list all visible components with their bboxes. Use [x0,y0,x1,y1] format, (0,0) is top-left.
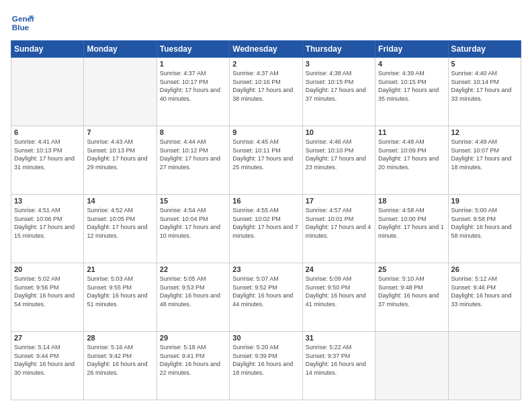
day-number: 16 [232,197,299,205]
calendar-cell: 26Sunrise: 5:12 AM Sunset: 9:46 PM Dayli… [448,263,521,332]
day-info: Sunrise: 4:49 AM Sunset: 10:07 PM Daylig… [451,138,518,171]
day-info: Sunrise: 5:16 AM Sunset: 9:42 PM Dayligh… [87,343,153,377]
calendar-cell: 5Sunrise: 4:40 AM Sunset: 10:14 PM Dayli… [448,58,521,126]
calendar-cell: 11Sunrise: 4:48 AM Sunset: 10:09 PM Dayl… [375,126,448,195]
week-row-4: 20Sunrise: 5:02 AM Sunset: 9:56 PM Dayli… [11,263,521,332]
svg-text:Blue: Blue [12,23,30,32]
day-number: 2 [232,60,299,68]
day-number: 19 [451,197,518,205]
day-info: Sunrise: 5:09 AM Sunset: 9:50 PM Dayligh… [306,275,372,308]
calendar-cell: 23Sunrise: 5:07 AM Sunset: 9:52 PM Dayli… [230,263,302,332]
day-info: Sunrise: 5:05 AM Sunset: 9:53 PM Dayligh… [160,275,226,308]
weekday-header-saturday: Saturday [448,41,521,58]
calendar-cell: 31Sunrise: 5:22 AM Sunset: 9:37 PM Dayli… [302,332,375,400]
calendar-cell: 30Sunrise: 5:20 AM Sunset: 9:39 PM Dayli… [230,332,302,400]
day-number: 22 [160,265,226,273]
day-number: 10 [306,128,372,136]
day-number: 11 [378,128,445,136]
day-info: Sunrise: 4:48 AM Sunset: 10:09 PM Daylig… [378,138,445,171]
day-number: 21 [87,265,153,273]
day-info: Sunrise: 4:54 AM Sunset: 10:04 PM Daylig… [160,206,226,240]
day-info: Sunrise: 4:45 AM Sunset: 10:11 PM Daylig… [232,138,299,171]
calendar-cell: 2Sunrise: 4:37 AM Sunset: 10:16 PM Dayli… [230,58,302,126]
weekday-header-monday: Monday [84,41,157,58]
day-info: Sunrise: 4:57 AM Sunset: 10:01 PM Daylig… [306,206,372,240]
day-number: 7 [87,128,153,136]
day-number: 14 [87,197,153,205]
day-info: Sunrise: 5:07 AM Sunset: 9:52 PM Dayligh… [232,275,299,308]
calendar-cell: 12Sunrise: 4:49 AM Sunset: 10:07 PM Dayl… [448,126,521,195]
week-row-5: 27Sunrise: 5:14 AM Sunset: 9:44 PM Dayli… [11,332,521,400]
day-number: 12 [451,128,518,136]
day-number: 6 [14,128,81,136]
day-number: 17 [306,197,372,205]
calendar-cell: 9Sunrise: 4:45 AM Sunset: 10:11 PM Dayli… [230,126,302,195]
calendar-cell: 25Sunrise: 5:10 AM Sunset: 9:48 PM Dayli… [375,263,448,332]
day-number: 25 [378,265,445,273]
day-info: Sunrise: 5:20 AM Sunset: 9:39 PM Dayligh… [232,343,299,377]
weekday-header-tuesday: Tuesday [157,41,229,58]
day-number: 23 [232,265,299,273]
calendar-cell: 13Sunrise: 4:51 AM Sunset: 10:06 PM Dayl… [11,195,84,263]
header: General Blue [11,11,521,35]
day-number: 9 [232,128,299,136]
day-info: Sunrise: 4:44 AM Sunset: 10:12 PM Daylig… [160,138,226,171]
day-info: Sunrise: 4:40 AM Sunset: 10:14 PM Daylig… [451,69,518,103]
calendar-cell: 27Sunrise: 5:14 AM Sunset: 9:44 PM Dayli… [11,332,84,400]
calendar-cell: 3Sunrise: 4:38 AM Sunset: 10:15 PM Dayli… [302,58,375,126]
weekday-header-wednesday: Wednesday [230,41,302,58]
week-row-1: 1Sunrise: 4:37 AM Sunset: 10:17 PM Dayli… [11,58,521,126]
weekday-header-sunday: Sunday [11,41,84,58]
calendar-cell: 29Sunrise: 5:18 AM Sunset: 9:41 PM Dayli… [157,332,229,400]
day-number: 30 [232,334,299,342]
day-number: 5 [451,60,518,68]
calendar-cell: 17Sunrise: 4:57 AM Sunset: 10:01 PM Dayl… [302,195,375,263]
calendar-cell [84,58,157,126]
calendar-cell: 21Sunrise: 5:03 AM Sunset: 9:55 PM Dayli… [84,263,157,332]
day-info: Sunrise: 4:37 AM Sunset: 10:16 PM Daylig… [232,69,299,103]
day-info: Sunrise: 4:55 AM Sunset: 10:02 PM Daylig… [232,206,299,240]
day-info: Sunrise: 4:51 AM Sunset: 10:06 PM Daylig… [14,206,81,240]
day-number: 29 [160,334,226,342]
calendar-cell: 1Sunrise: 4:37 AM Sunset: 10:17 PM Dayli… [157,58,229,126]
day-info: Sunrise: 4:52 AM Sunset: 10:05 PM Daylig… [87,206,153,240]
day-info: Sunrise: 5:14 AM Sunset: 9:44 PM Dayligh… [14,343,81,377]
calendar-cell: 8Sunrise: 4:44 AM Sunset: 10:12 PM Dayli… [157,126,229,195]
calendar-cell: 16Sunrise: 4:55 AM Sunset: 10:02 PM Dayl… [230,195,302,263]
calendar-cell: 19Sunrise: 5:00 AM Sunset: 9:58 PM Dayli… [448,195,521,263]
day-number: 27 [14,334,81,342]
day-info: Sunrise: 5:22 AM Sunset: 9:37 PM Dayligh… [306,343,372,377]
day-number: 15 [160,197,226,205]
week-row-2: 6Sunrise: 4:41 AM Sunset: 10:13 PM Dayli… [11,126,521,195]
day-info: Sunrise: 5:00 AM Sunset: 9:58 PM Dayligh… [451,206,518,240]
calendar-cell: 20Sunrise: 5:02 AM Sunset: 9:56 PM Dayli… [11,263,84,332]
weekday-header-row: SundayMondayTuesdayWednesdayThursdayFrid… [11,41,521,58]
day-info: Sunrise: 4:38 AM Sunset: 10:15 PM Daylig… [306,69,372,103]
calendar-cell: 14Sunrise: 4:52 AM Sunset: 10:05 PM Dayl… [84,195,157,263]
day-info: Sunrise: 5:12 AM Sunset: 9:46 PM Dayligh… [451,275,518,308]
day-number: 20 [14,265,81,273]
calendar-cell: 7Sunrise: 4:43 AM Sunset: 10:13 PM Dayli… [84,126,157,195]
day-number: 18 [378,197,445,205]
calendar-cell: 28Sunrise: 5:16 AM Sunset: 9:42 PM Dayli… [84,332,157,400]
calendar-cell: 22Sunrise: 5:05 AM Sunset: 9:53 PM Dayli… [157,263,229,332]
day-info: Sunrise: 4:43 AM Sunset: 10:13 PM Daylig… [87,138,153,171]
weekday-header-thursday: Thursday [302,41,375,58]
day-info: Sunrise: 5:02 AM Sunset: 9:56 PM Dayligh… [14,275,81,308]
day-info: Sunrise: 5:18 AM Sunset: 9:41 PM Dayligh… [160,343,226,377]
calendar-cell: 6Sunrise: 4:41 AM Sunset: 10:13 PM Dayli… [11,126,84,195]
day-info: Sunrise: 4:58 AM Sunset: 10:00 PM Daylig… [378,206,445,240]
day-number: 26 [451,265,518,273]
day-number: 24 [306,265,372,273]
day-info: Sunrise: 5:10 AM Sunset: 9:48 PM Dayligh… [378,275,445,308]
logo-icon: General Blue [11,11,35,35]
calendar-cell [11,58,84,126]
calendar-cell: 4Sunrise: 4:39 AM Sunset: 10:15 PM Dayli… [375,58,448,126]
calendar-table: SundayMondayTuesdayWednesdayThursdayFrid… [11,40,521,400]
calendar-cell: 18Sunrise: 4:58 AM Sunset: 10:00 PM Dayl… [375,195,448,263]
weekday-header-friday: Friday [375,41,448,58]
day-info: Sunrise: 4:46 AM Sunset: 10:10 PM Daylig… [306,138,372,171]
day-number: 8 [160,128,226,136]
calendar-cell: 10Sunrise: 4:46 AM Sunset: 10:10 PM Dayl… [302,126,375,195]
week-row-3: 13Sunrise: 4:51 AM Sunset: 10:06 PM Dayl… [11,195,521,263]
